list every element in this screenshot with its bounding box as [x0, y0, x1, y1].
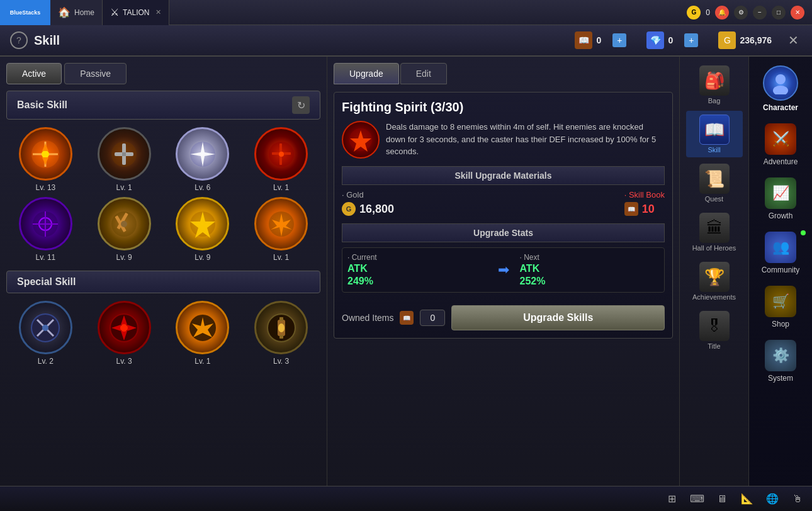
sidebar-achievements[interactable]: 🏆 Achievements — [686, 258, 743, 305]
skill-icon-4 — [254, 127, 308, 181]
book-icon: 📖 — [624, 202, 638, 216]
taskbar-icon-5[interactable]: 🌐 — [764, 491, 781, 507]
upgrade-tab[interactable]: Upgrade — [334, 63, 399, 84]
bs-maximize[interactable]: □ — [772, 6, 786, 20]
arrow-right-icon: ➡ — [492, 259, 515, 281]
skill-item-10[interactable]: Lv. 3 — [87, 301, 161, 366]
skill-icon-12 — [254, 301, 308, 354]
taskbar-icon-2[interactable]: ⌨ — [689, 491, 705, 507]
help-icon[interactable]: ? — [10, 31, 28, 49]
skill-icon-11 — [176, 301, 229, 354]
basic-skill-grid: Lv. 13 Lv. 1 — [6, 125, 320, 264]
skill-item-3[interactable]: Lv. 6 — [166, 127, 240, 192]
skill-detail-title: Fighting Spirit (3/30) — [342, 100, 665, 115]
skill-item-11[interactable]: Lv. 1 — [166, 301, 240, 366]
sidebar-title[interactable]: 🎖 Title — [686, 307, 743, 354]
adventure-label: Adventure — [764, 157, 798, 166]
skill-item-5[interactable]: Lv. 11 — [9, 197, 82, 262]
settings-icon[interactable]: ⚙ — [734, 6, 748, 20]
owned-amount: 0 — [420, 310, 445, 326]
refresh-button[interactable]: ↻ — [292, 96, 310, 114]
growth-icon: 📈 — [765, 177, 796, 209]
svg-rect-43 — [279, 335, 283, 339]
skill-detail-content: Fighting Spirit (3/30) Deals damage to 8… — [334, 92, 673, 339]
community-dot — [801, 230, 806, 235]
gold-material: · Gold G 16,800 — [342, 190, 394, 216]
passive-tab[interactable]: Passive — [64, 63, 127, 84]
nav-shop[interactable]: 🛒 Shop — [750, 281, 811, 334]
nav-growth[interactable]: 📈 Growth — [750, 172, 811, 225]
nav-community[interactable]: 👥 Community — [750, 227, 811, 279]
bs-coin-amount: 0 — [706, 8, 710, 17]
achievements-label: Achievements — [692, 293, 736, 301]
skill-level-7: Lv. 9 — [195, 253, 210, 262]
taskbar-icon-3[interactable]: 🖥 — [714, 491, 730, 507]
skill-item-6[interactable]: Lv. 9 — [87, 197, 161, 262]
character-label: Character — [763, 103, 798, 112]
skill-title: Skill — [34, 33, 575, 48]
upgrade-skills-button[interactable]: Upgrade Skills — [451, 305, 665, 330]
nav-system[interactable]: ⚙️ System — [750, 335, 811, 388]
gold-amount: 16,800 — [359, 203, 394, 216]
gold-label: · Gold — [342, 190, 394, 199]
skill-item-9[interactable]: Lv. 2 — [9, 301, 82, 366]
skill-book-label: · Skill Book — [624, 190, 665, 199]
skill-item-12[interactable]: Lv. 3 — [244, 301, 318, 366]
taskbar-icon-1[interactable]: ⊞ — [663, 491, 680, 507]
bs-minimize[interactable]: − — [753, 6, 767, 20]
home-tab[interactable]: 🏠 Home — [50, 0, 103, 25]
game-label: TALION — [123, 8, 149, 17]
current-stat-name: ATK — [347, 263, 487, 274]
active-tab[interactable]: Active — [6, 63, 62, 84]
character-avatar — [763, 65, 798, 101]
community-icon: 👥 — [765, 232, 796, 263]
skill-detail-desc: Deals damage to 8 enemies within 4m of s… — [386, 121, 665, 158]
skill-item-7[interactable]: Lv. 9 — [166, 197, 240, 262]
skill-panel: Active Passive Basic Skill ↻ — [0, 57, 327, 511]
game-tab[interactable]: ⚔ TALION ✕ — [103, 0, 169, 25]
notification-icon[interactable]: 🔔 — [715, 6, 729, 20]
title-icon: 🎖 — [699, 311, 730, 341]
skill-level-1: Lv. 13 — [35, 183, 55, 192]
nav-adventure[interactable]: ⚔️ Adventure — [750, 118, 811, 171]
add-diamond-button[interactable]: + — [684, 33, 698, 47]
gold-currency-icon: G — [718, 31, 736, 49]
edit-tab[interactable]: Edit — [400, 63, 447, 84]
sidebar-quest[interactable]: 📜 Quest — [686, 160, 743, 206]
skill-icon-3 — [176, 127, 229, 181]
skill-level-4: Lv. 1 — [273, 183, 289, 192]
svg-point-23 — [121, 221, 127, 227]
bluestacks-logo: BlueStacks — [0, 0, 50, 25]
skill-icon-8 — [254, 197, 308, 250]
title-label: Title — [708, 342, 720, 350]
skill-icon-1 — [19, 127, 72, 181]
svg-point-37 — [120, 324, 128, 332]
skill-item-1[interactable]: Lv. 13 — [9, 127, 82, 192]
bottom-row: Owned Items 📖 0 Upgrade Skills — [342, 300, 665, 330]
diamond-amount: 0 — [668, 35, 680, 45]
taskbar-icon-6[interactable]: 🖱 — [789, 491, 806, 507]
close-button[interactable]: ✕ — [784, 31, 802, 49]
sidebar-hall-of-heroes[interactable]: 🏛 Hall of Heroes — [686, 209, 743, 256]
upgrade-stats-row: · Current ATK 249% ➡ · Next ATK 252% — [342, 247, 665, 293]
taskbar-icon-4[interactable]: 📐 — [739, 491, 755, 507]
sidebar-skill[interactable]: 📖 Skill — [686, 111, 743, 157]
skill-icon-6 — [98, 197, 151, 250]
add-book-button[interactable]: + — [612, 33, 626, 47]
svg-point-3 — [42, 150, 49, 158]
skill-item-8[interactable]: Lv. 1 — [244, 197, 318, 262]
nav-character[interactable]: Character — [750, 60, 811, 117]
skill-item-4[interactable]: Lv. 1 — [244, 127, 318, 192]
skill-icon-9 — [19, 301, 72, 354]
right-sidebar: 🎒 Bag 📖 Skill 📜 Quest 🏛 Hall of Heroes 🏆… — [680, 57, 749, 511]
skill-icon-2 — [98, 127, 151, 181]
skill-item-2[interactable]: Lv. 1 — [87, 127, 161, 192]
sidebar-bag[interactable]: 🎒 Bag — [686, 62, 743, 108]
bs-close[interactable]: ✕ — [791, 6, 804, 20]
book-currency-icon: 📖 — [575, 31, 592, 49]
skill-level-2: Lv. 1 — [116, 183, 132, 192]
skill-level-9: Lv. 2 — [38, 357, 54, 366]
next-stat-block: · Next ATK 252% — [520, 253, 660, 287]
adventure-icon: ⚔️ — [765, 123, 796, 155]
hall-of-heroes-label: Hall of Heroes — [692, 244, 736, 252]
